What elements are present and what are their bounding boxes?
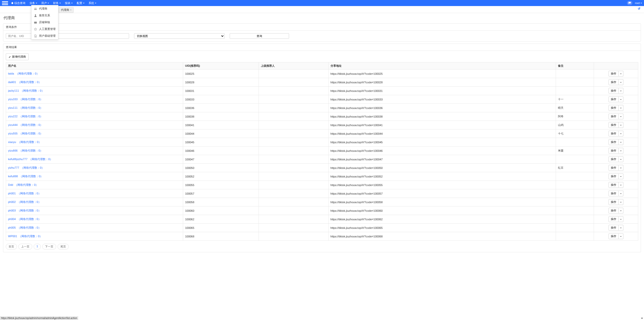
user-link[interactable]: yizu666: [8, 149, 18, 152]
nav-user[interactable]: 用户: [41, 1, 49, 5]
action-button[interactable]: 操作: [609, 233, 619, 239]
net-count[interactable]: （网络代理数：0）: [18, 140, 41, 144]
user-link[interactable]: yizu111: [8, 106, 18, 109]
user-link[interactable]: ph001: [8, 192, 16, 195]
action-button[interactable]: 操作: [609, 148, 619, 154]
net-count[interactable]: （网络代理数：0）: [19, 106, 43, 109]
user-link[interactable]: yizu444: [8, 123, 18, 126]
user-link[interactable]: ph002: [8, 200, 16, 203]
user-link[interactable]: WP001: [8, 235, 17, 238]
net-count[interactable]: （网络代理数：0）: [19, 123, 43, 126]
action-button[interactable]: 操作: [609, 199, 619, 205]
action-dropdown-button[interactable]: [619, 122, 623, 128]
user-link[interactable]: yizu222: [8, 115, 18, 118]
action-dropdown-button[interactable]: [619, 182, 623, 188]
user-link[interactable]: yizhu777: [8, 166, 19, 169]
action-dropdown-button[interactable]: [619, 79, 623, 85]
net-count[interactable]: （网络代理数：0）: [21, 166, 44, 169]
hamburger-icon[interactable]: [2, 0, 8, 6]
action-dropdown-button[interactable]: [619, 199, 623, 205]
user-link[interactable]: yizu555: [8, 132, 18, 135]
net-count[interactable]: （网络代理数：0）: [19, 149, 43, 152]
net-count[interactable]: （网络代理数：0）: [20, 89, 44, 92]
user-link[interactable]: ph003: [8, 209, 16, 212]
action-button[interactable]: 操作: [609, 139, 619, 145]
nav-config[interactable]: 配置: [77, 1, 85, 5]
action-button[interactable]: 操作: [609, 191, 619, 196]
action-dropdown-button[interactable]: [619, 139, 623, 145]
user-link[interactable]: kefu88yizhu777: [8, 158, 27, 161]
action-dropdown-button[interactable]: [619, 148, 623, 154]
add-agent-button[interactable]: 新增代理商: [6, 53, 29, 60]
action-dropdown-button[interactable]: [619, 156, 623, 162]
action-button[interactable]: 操作: [609, 173, 619, 179]
current-user[interactable]: root: [635, 2, 642, 5]
action-button[interactable]: 操作: [609, 225, 619, 231]
page-prev[interactable]: 上一页: [18, 244, 32, 250]
net-count[interactable]: （网络代理数：0）: [17, 200, 41, 203]
action-dropdown-button[interactable]: [619, 96, 623, 102]
dropdown-item[interactable]: 推荐关系: [31, 12, 58, 19]
action-dropdown-button[interactable]: [619, 88, 623, 94]
dropdown-item[interactable]: 用户基础管理: [31, 32, 58, 39]
search-input[interactable]: [6, 33, 129, 39]
action-dropdown-button[interactable]: [619, 71, 623, 77]
net-count[interactable]: （网络代理数：0）: [17, 218, 41, 221]
net-count[interactable]: （网络代理数：0）: [19, 175, 43, 178]
user-link[interactable]: yizu333: [8, 98, 18, 101]
user-link[interactable]: Ddd: [8, 183, 13, 186]
user-link[interactable]: taida: [8, 72, 14, 75]
net-count[interactable]: （网络代理数：0）: [29, 158, 53, 161]
net-count[interactable]: （网络代理数：0）: [17, 192, 41, 195]
action-dropdown-button[interactable]: [619, 131, 623, 136]
action-dropdown-button[interactable]: [619, 165, 623, 171]
action-dropdown-button[interactable]: [619, 208, 623, 214]
user-link[interactable]: daili01: [8, 81, 16, 84]
page-last[interactable]: 尾页: [58, 244, 69, 250]
net-count[interactable]: （网络代理数：0）: [17, 226, 41, 229]
dropdown-item[interactable]: 代理商: [31, 5, 58, 12]
dropdown-item[interactable]: 店铺审核: [31, 19, 58, 26]
nav-home[interactable]: 综合查询: [11, 1, 25, 5]
net-count[interactable]: （网络代理数：0）: [19, 132, 43, 135]
action-button[interactable]: 操作: [609, 182, 619, 188]
action-button[interactable]: 操作: [609, 88, 619, 94]
refresh-icon[interactable]: [637, 7, 640, 11]
action-dropdown-button[interactable]: [619, 173, 623, 179]
action-button[interactable]: 操作: [609, 114, 619, 119]
action-dropdown-button[interactable]: [619, 191, 623, 196]
action-button[interactable]: 操作: [609, 96, 619, 102]
action-button[interactable]: 操作: [609, 216, 619, 222]
action-button[interactable]: 操作: [609, 208, 619, 214]
nav-system[interactable]: 系统: [89, 1, 96, 5]
net-count[interactable]: （网络代理数：0）: [19, 115, 43, 118]
nav-finance[interactable]: 财务: [53, 1, 61, 5]
action-button[interactable]: 操作: [609, 165, 619, 171]
tab-agent-active[interactable]: 代理商×: [59, 7, 74, 13]
page-current[interactable]: 1: [34, 244, 41, 250]
action-button[interactable]: 操作: [609, 131, 619, 136]
action-button[interactable]: 操作: [609, 105, 619, 111]
user-link[interactable]: jacky111: [8, 89, 19, 92]
action-dropdown-button[interactable]: [619, 225, 623, 231]
action-button[interactable]: 操作: [609, 79, 619, 85]
nav-report[interactable]: 报表: [65, 1, 73, 5]
dropdown-item[interactable]: 人工重置管理: [31, 26, 58, 32]
page-next[interactable]: 下一页: [42, 244, 56, 250]
net-count[interactable]: （网络代理数：0）: [17, 209, 41, 212]
net-count[interactable]: （网络代理数：0）: [19, 98, 43, 101]
net-count[interactable]: （网络代理数：0）: [16, 72, 39, 75]
action-dropdown-button[interactable]: [619, 233, 623, 239]
action-button[interactable]: 操作: [609, 122, 619, 128]
net-count[interactable]: （网络代理数：0）: [18, 81, 41, 84]
action-button[interactable]: 操作: [609, 156, 619, 162]
view-select[interactable]: 切换视图: [134, 33, 225, 39]
nav-business[interactable]: 业务: [29, 1, 37, 5]
query-button[interactable]: 查询: [230, 33, 289, 39]
action-dropdown-button[interactable]: [619, 105, 623, 111]
user-link[interactable]: xiaoyu: [8, 140, 16, 144]
net-count[interactable]: （网络代理数：0）: [19, 235, 42, 238]
action-button[interactable]: 操作: [609, 71, 619, 77]
net-count[interactable]: （网络代理数：0）: [15, 183, 38, 186]
user-link[interactable]: kefu888: [8, 175, 18, 178]
